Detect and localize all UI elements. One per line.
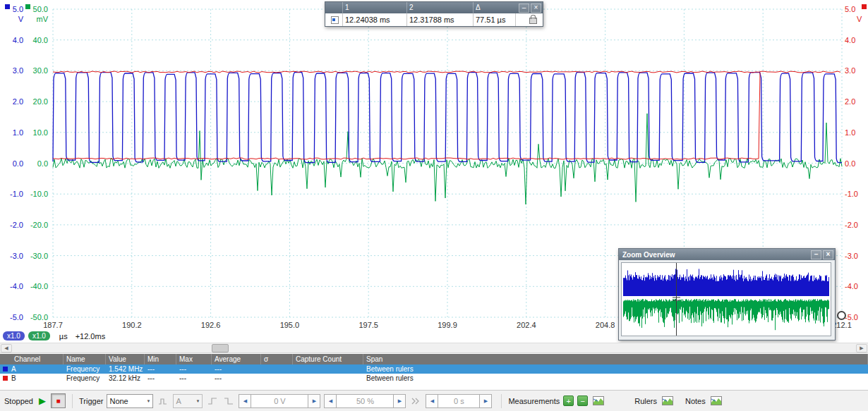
threshold-decrease-button[interactable]: ◀: [239, 394, 251, 408]
timebase-scale-badge-b[interactable]: x1.0: [28, 331, 50, 341]
delay-value[interactable]: 0 s: [438, 394, 479, 408]
toolbar-separator: [501, 394, 502, 408]
ruler-col-delta: Δ: [473, 2, 515, 13]
ruler-col-2: 2: [406, 2, 473, 13]
ruler-lock-cell: [515, 13, 543, 26]
pretrigger-decrease-button[interactable]: ◀: [324, 394, 337, 408]
trigger-mode-dropdown[interactable]: None▼: [107, 394, 153, 408]
notes-label: Notes: [685, 397, 706, 405]
pretrigger-spinner: ◀ 50 % ▶: [324, 394, 406, 408]
ruler-2-value: 12.31788 ms: [406, 13, 473, 26]
header-sigma: σ: [261, 354, 293, 364]
ruler-window-titlebar[interactable]: 1 2 Δ – ×: [325, 2, 543, 13]
ruler-minimize-button[interactable]: –: [519, 4, 529, 13]
lock-icon[interactable]: [529, 18, 537, 24]
timebase-scale-row: x1.0 x1.0 µs +12.0ms: [3, 331, 105, 341]
zoom-close-button[interactable]: ×: [823, 250, 833, 259]
stop-capture-button[interactable]: ■: [51, 393, 66, 408]
horizontal-scrollbar[interactable]: ◀ ▶: [0, 343, 868, 353]
timebase-offset: +12.0ms: [76, 332, 106, 341]
zoom-window-title: Zoom Overview: [622, 251, 675, 259]
rulers-button[interactable]: [661, 395, 675, 407]
rapid-trigger-icon: [409, 395, 422, 407]
ruler-handle-icon[interactable]: [331, 16, 339, 24]
scroll-right-button[interactable]: ▶: [856, 344, 867, 352]
rising-edge-icon: [206, 395, 219, 407]
header-name: Name: [64, 354, 106, 364]
trigger-marker-icon: [157, 395, 169, 407]
trigger-source-dropdown: A▼: [173, 394, 203, 408]
pretrigger-increase-button[interactable]: ▶: [393, 394, 406, 408]
header-value: Value: [106, 354, 145, 364]
rulers-label: Rulers: [634, 397, 657, 405]
header-min: Min: [145, 354, 176, 364]
header-capture-count: Capture Count: [293, 354, 363, 364]
scroll-left-button[interactable]: ◀: [1, 344, 12, 352]
ruler-window-body: 12.24038 ms 12.31788 ms 77.51 µs: [325, 13, 543, 26]
ruler-close-button[interactable]: ×: [531, 4, 541, 13]
trigger-delay-spinner: ◀ 0 s ▶: [426, 394, 492, 408]
zoom-minimize-button[interactable]: –: [811, 250, 821, 259]
threshold-value[interactable]: 0 V: [251, 394, 308, 408]
measurement-row-a[interactable]: A Frequency 1.542 MHz --- --- --- Betwee…: [0, 364, 868, 374]
header-average: Average: [212, 354, 261, 364]
threshold-increase-button[interactable]: ▶: [308, 394, 320, 408]
trigger-threshold-spinner: ◀ 0 V ▶: [239, 394, 320, 408]
header-channel: Channel: [0, 354, 64, 364]
measurements-header-row: Channel Name Value Min Max Average σ Cap…: [0, 354, 868, 364]
timebase-scale-badge-a[interactable]: x1.0: [3, 331, 25, 341]
channel-b-color-swatch: [3, 376, 8, 381]
delay-increase-button[interactable]: ▶: [479, 394, 492, 408]
ruler-delta-value: 77.51 µs: [473, 13, 515, 26]
zoom-window-body: [619, 260, 835, 338]
zoom-overview-window: Zoom Overview – ×: [618, 248, 836, 341]
header-max: Max: [176, 354, 212, 364]
chevron-down-icon: ▼: [146, 399, 150, 403]
pretrigger-value[interactable]: 50 %: [337, 394, 393, 408]
falling-edge-icon: [222, 395, 235, 407]
scope-view: 5.04.03.02.01.00.0-1.0-2.0-3.0-4.0-5.050…: [0, 0, 868, 343]
zoom-overview-canvas[interactable]: [621, 262, 831, 336]
start-capture-button[interactable]: ▶: [37, 395, 47, 406]
measurements-label: Measurements: [508, 397, 560, 405]
delay-decrease-button[interactable]: ◀: [426, 394, 438, 408]
ruler-col-1: 1: [342, 2, 406, 13]
measurements-table: Channel Name Value Min Max Average σ Cap…: [0, 354, 868, 383]
notes-button[interactable]: [709, 395, 723, 407]
chevron-down-icon: ▼: [195, 399, 200, 403]
toolbar-separator: [72, 394, 73, 408]
header-span: Span: [363, 354, 868, 364]
bottom-toolbar: Stopped ▶ ■ Trigger None▼ A▼ ◀ 0 V ▶ ◀ 5…: [0, 390, 868, 411]
timebase-unit: µs: [59, 332, 68, 341]
zoom-window-titlebar[interactable]: Zoom Overview – ×: [619, 249, 835, 260]
delete-measurement-button[interactable]: −: [577, 395, 588, 406]
add-measurement-button[interactable]: +: [563, 395, 574, 406]
edit-measurement-button[interactable]: [591, 395, 605, 407]
scrollbar-thumb[interactable]: [212, 344, 229, 352]
capture-status: Stopped: [4, 397, 34, 405]
measurement-row-b[interactable]: B Frequency 32.12 kHz --- --- --- Betwee…: [0, 374, 868, 383]
channel-a-color-swatch: [3, 367, 8, 372]
ruler-title-spacer: [325, 2, 342, 13]
ruler-1-value: 12.24038 ms: [342, 13, 406, 26]
trigger-label: Trigger: [79, 397, 103, 405]
ruler-measurement-window: 1 2 Δ – × 12.24038 ms 12.31788 ms 77.51 …: [325, 1, 543, 27]
ruler-handle-cell: [325, 13, 342, 26]
